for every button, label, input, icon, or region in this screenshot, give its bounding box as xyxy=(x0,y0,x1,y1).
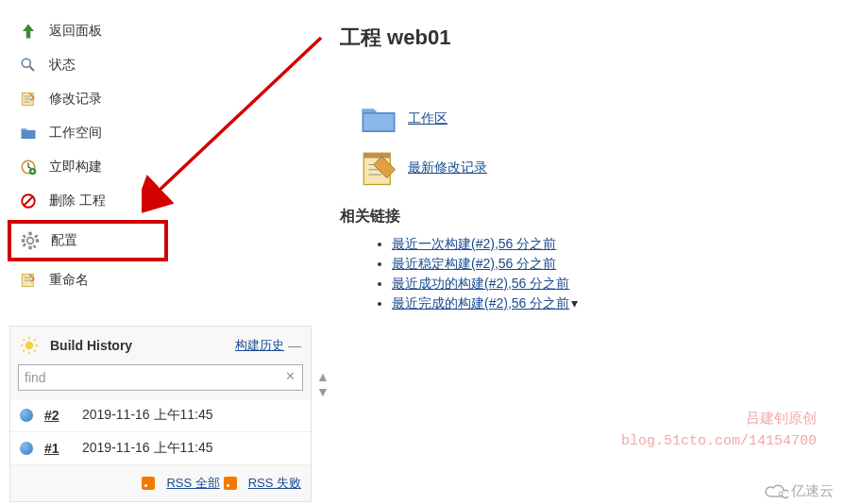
sidebar-item-changes[interactable]: 修改记录 xyxy=(9,82,312,116)
build-status-ball xyxy=(20,442,33,455)
related-link[interactable]: 最近一次构建(#2),56 分之前 xyxy=(392,236,556,251)
sidebar-item-label: 重命名 xyxy=(49,272,89,289)
svg-rect-27 xyxy=(363,153,390,158)
build-number-link[interactable]: #1 xyxy=(44,441,82,456)
workspace-link-row: 工作区 xyxy=(359,99,826,139)
rss-icon xyxy=(224,477,237,490)
changes-link-row: 最新修改记录 xyxy=(359,148,826,188)
collapse-icon[interactable]: — xyxy=(288,338,301,353)
rss-fail-link[interactable]: RSS 失败 xyxy=(248,476,301,490)
svg-point-32 xyxy=(779,492,783,496)
clock-icon xyxy=(17,156,40,178)
list-item: 最近稳定构建(#2),56 分之前 xyxy=(392,256,826,273)
clear-search-icon[interactable]: ✕ xyxy=(285,369,296,383)
list-item: 最近成功的构建(#2),56 分之前 xyxy=(392,276,826,293)
cloud-brand-text: 亿速云 xyxy=(791,482,834,500)
sidebar: 返回面板 状态 修改记录 工作空间 立即构建 删除 工程 配置 重命名 xyxy=(0,0,321,504)
svg-line-24 xyxy=(23,350,25,352)
sidebar-item-label: 返回面板 xyxy=(49,23,102,40)
dropdown-arrow-icon[interactable]: ▾ xyxy=(571,295,578,311)
cloud-brand: 亿速云 xyxy=(752,479,845,504)
watermark: 吕建钊原创 blog.51cto.com/14154700 xyxy=(621,410,817,452)
build-row[interactable]: #2 2019-11-16 上午11:45 xyxy=(10,398,311,431)
folder-big-icon xyxy=(359,99,398,139)
gear-icon xyxy=(19,229,42,252)
svg-point-12 xyxy=(27,238,34,244)
recent-changes-link[interactable]: 最新修改记录 xyxy=(408,160,487,176)
sidebar-item-label: 配置 xyxy=(51,232,77,249)
watermark-line1: 吕建钊原创 xyxy=(621,410,817,431)
build-history-panel: Build History 构建历史 — ✕ ▲ ▼ #2 2019-11-16… xyxy=(9,326,312,502)
related-links-list: 最近一次构建(#2),56 分之前 最近稳定构建(#2),56 分之前 最近成功… xyxy=(392,236,826,312)
sidebar-item-rename[interactable]: 重命名 xyxy=(9,263,312,297)
build-date: 2019-11-16 上午11:45 xyxy=(82,440,213,457)
scroll-up-icon[interactable]: ▲ xyxy=(316,369,328,380)
sidebar-item-label: 立即构建 xyxy=(49,159,102,176)
up-arrow-icon xyxy=(17,20,40,42)
sidebar-item-delete[interactable]: 删除 工程 xyxy=(9,184,312,218)
watermark-line2: blog.51cto.com/14154700 xyxy=(621,431,817,453)
notepad-big-icon xyxy=(359,148,398,188)
sidebar-item-workspace[interactable]: 工作空间 xyxy=(9,116,312,150)
sidebar-item-label: 工作空间 xyxy=(49,125,102,142)
sidebar-item-label: 修改记录 xyxy=(49,91,102,108)
svg-point-0 xyxy=(22,59,30,67)
rss-all-link[interactable]: RSS 全部 xyxy=(166,476,219,490)
cloud-icon xyxy=(764,483,788,500)
related-link[interactable]: 最近稳定构建(#2),56 分之前 xyxy=(392,256,556,271)
svg-line-22 xyxy=(34,350,36,352)
sun-icon xyxy=(20,336,39,355)
svg-rect-25 xyxy=(363,114,394,131)
history-nav-arrows: ▲ ▼ xyxy=(316,369,328,395)
sidebar-item-label: 状态 xyxy=(49,57,76,74)
related-link[interactable]: 最近完成的构建(#2),56 分之前 xyxy=(392,295,569,311)
svg-point-16 xyxy=(25,342,33,349)
magnifier-icon xyxy=(17,54,40,76)
notepad-icon xyxy=(17,88,40,110)
sidebar-item-label: 删除 工程 xyxy=(49,193,106,210)
rss-icon xyxy=(142,477,155,490)
build-search-input[interactable] xyxy=(18,364,303,391)
scroll-down-icon[interactable]: ▼ xyxy=(316,384,328,395)
list-item: 最近一次构建(#2),56 分之前 xyxy=(392,236,826,253)
build-history-title: Build History xyxy=(50,338,235,353)
svg-line-21 xyxy=(23,339,25,341)
rename-icon xyxy=(17,269,40,292)
sidebar-item-back[interactable]: 返回面板 xyxy=(9,14,312,48)
build-trend-link[interactable]: 构建历史 xyxy=(235,337,284,354)
workspace-link[interactable]: 工作区 xyxy=(408,110,448,127)
sidebar-item-status[interactable]: 状态 xyxy=(9,48,312,82)
build-history-header: Build History 构建历史 — xyxy=(10,327,311,364)
forbidden-icon xyxy=(17,190,40,212)
build-status-ball xyxy=(20,409,33,422)
list-item: 最近完成的构建(#2),56 分之前▾ xyxy=(392,295,826,312)
svg-line-1 xyxy=(30,67,35,72)
build-date: 2019-11-16 上午11:45 xyxy=(82,407,213,424)
build-row[interactable]: #1 2019-11-16 上午11:45 xyxy=(10,431,311,464)
svg-line-11 xyxy=(25,197,33,206)
sidebar-item-build-now[interactable]: 立即构建 xyxy=(9,150,312,184)
folder-icon xyxy=(17,122,40,144)
build-history-footer: RSS 全部 RSS 失败 xyxy=(10,464,311,501)
related-link[interactable]: 最近成功的构建(#2),56 分之前 xyxy=(392,276,569,291)
related-heading: 相关链接 xyxy=(340,207,826,227)
build-number-link[interactable]: #2 xyxy=(44,408,82,423)
svg-line-23 xyxy=(34,339,36,341)
page-title: 工程 web01 xyxy=(340,24,826,52)
sidebar-item-configure[interactable]: 配置 xyxy=(8,220,168,261)
